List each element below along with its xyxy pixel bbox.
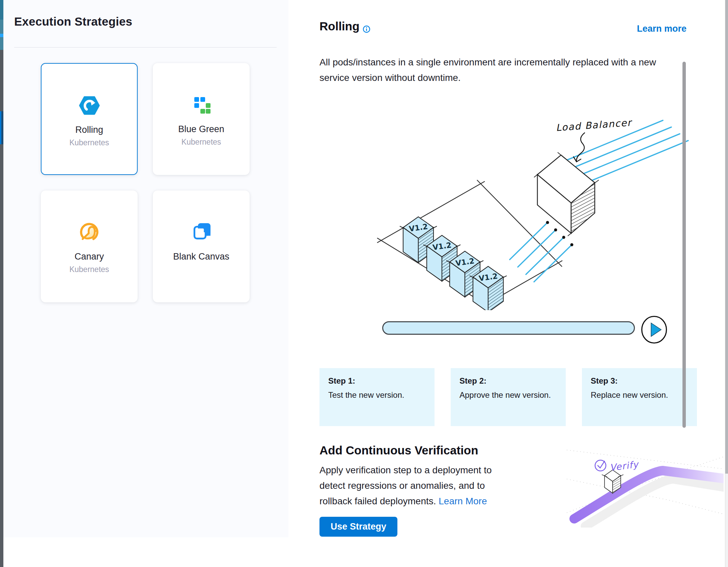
- strategy-card-label: Rolling: [75, 125, 103, 135]
- strategy-card-rolling[interactable]: Rolling Kubernetes: [41, 63, 138, 175]
- strategy-card-sublabel: Kubernetes: [69, 265, 109, 274]
- rolling-icon: [79, 95, 100, 116]
- strategy-card-canary[interactable]: Canary Kubernetes: [41, 190, 138, 302]
- strategy-card-label: Blue Green: [178, 124, 224, 135]
- strategy-card-sublabel: Kubernetes: [181, 138, 221, 147]
- strategy-detail-title: Rolling: [319, 20, 360, 33]
- verification-description: Apply verification step to a deployment …: [319, 462, 519, 509]
- info-icon[interactable]: [363, 25, 370, 33]
- load-balancer-box: [534, 152, 599, 236]
- step-title: Step 3:: [591, 376, 688, 386]
- strategy-card-label: Blank Canvas: [173, 251, 229, 262]
- window-scrollbar-thumb[interactable]: [725, 0, 728, 474]
- pod-cubes: V1.2 V1.2 V1: [400, 217, 507, 310]
- panel-title: Execution Strategies: [14, 15, 132, 28]
- verify-illustration: Verify: [567, 436, 724, 528]
- animation-progress-bar: [382, 321, 635, 335]
- strategy-card-blank-canvas[interactable]: Blank Canvas: [153, 190, 250, 302]
- learn-more-link[interactable]: Learn more: [637, 24, 687, 34]
- play-button[interactable]: [641, 315, 668, 344]
- blue-green-icon: [191, 94, 212, 115]
- strategy-description: All pods/instances in a single environme…: [319, 55, 685, 86]
- verification-heading: Add Continuous Verification: [319, 444, 478, 457]
- step-text: Test the new version.: [328, 390, 426, 400]
- step-text: Approve the new version.: [459, 390, 557, 400]
- pipeline-ribbon: [574, 471, 723, 519]
- step-title: Step 2:: [459, 376, 557, 386]
- step-card-1: Step 1: Test the new version.: [319, 368, 435, 426]
- load-balancer-label: Load Balancer: [556, 117, 633, 133]
- step-text: Replace new version.: [591, 390, 688, 400]
- strategy-card-blue-green[interactable]: Blue Green Kubernetes: [153, 63, 250, 175]
- execution-strategies-modal: Execution Strategies Rolling Kubernetes: [0, 0, 728, 567]
- annotation-arrow: [573, 133, 585, 162]
- verification-learn-more-link[interactable]: Learn More: [439, 496, 487, 506]
- strategy-card-label: Canary: [75, 251, 104, 262]
- step-card-2: Step 2: Approve the new version.: [451, 368, 566, 426]
- panel-scrollbar-thumb[interactable]: [682, 62, 686, 428]
- title-divider: [14, 47, 277, 48]
- canary-icon: [79, 222, 100, 243]
- use-strategy-button[interactable]: Use Strategy: [319, 517, 397, 537]
- blank-canvas-icon: [191, 222, 212, 243]
- step-card-3: Step 3: Replace new version.: [582, 368, 697, 426]
- strategy-card-sublabel: Kubernetes: [69, 138, 109, 147]
- rolling-deployment-illustration: V1.2 V1.2 V1: [369, 111, 690, 310]
- verify-check-icon: [595, 460, 606, 471]
- verify-label: Verify: [609, 459, 640, 473]
- step-title: Step 1:: [328, 376, 426, 386]
- background-app-edge: [0, 0, 3, 567]
